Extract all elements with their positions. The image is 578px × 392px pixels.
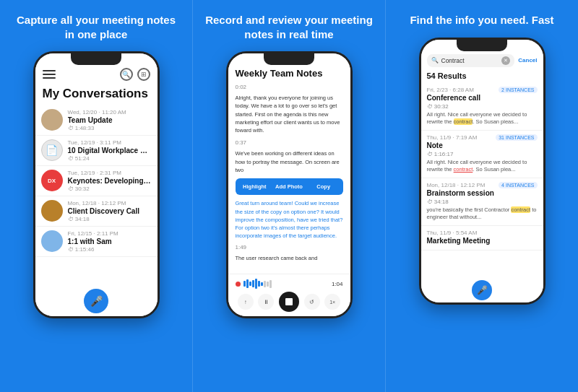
list-item[interactable]: DX Tue, 12/19 · 2:31 PM Keynotes: Develo… xyxy=(35,166,158,196)
bar xyxy=(246,279,249,288)
result-snippet: All right. Nice call everyone we decided… xyxy=(427,159,538,174)
avatar: 📄 xyxy=(41,139,63,161)
conv-date: Wed, 12/20 · 11:20 AM xyxy=(68,109,152,116)
para-1: Alright, thank you everyone for joining … xyxy=(236,94,343,134)
bar xyxy=(255,279,257,289)
conv-date: Mon, 12/18 · 12:12 PM xyxy=(68,200,152,206)
topbar-icons: 🔍 ⊞ xyxy=(120,68,150,81)
result-item[interactable]: Fri, 2/23 · 6:28 AM 2 INSTANCES Conferen… xyxy=(421,83,543,131)
search-icon: 🔍 xyxy=(431,57,439,64)
conv-duration: ⏱ 1:48:33 xyxy=(68,125,152,131)
cancel-button[interactable]: Cancel xyxy=(518,57,537,64)
speed-button[interactable]: 1× xyxy=(324,294,340,310)
avatar xyxy=(41,230,63,252)
instances-badge: 31 INSTANCES xyxy=(496,134,537,141)
conv-duration: ⏱ 34:18 xyxy=(68,216,152,222)
conv-duration: ⏱ 1:15:46 xyxy=(68,246,152,253)
search-icon[interactable]: 🔍 xyxy=(120,68,133,81)
bar xyxy=(261,282,263,286)
result-duration: ⏱ 34:18 xyxy=(427,199,538,205)
result-item[interactable]: Thu, 11/9 · 7:19 AM 31 INSTANCES Note ⏱ … xyxy=(421,131,543,178)
result-duration: ⏱ 30:32 xyxy=(427,103,538,110)
highlight: contract xyxy=(454,118,473,125)
result-header: Fri, 2/23 · 6:28 AM 2 INSTANCES xyxy=(427,87,538,93)
result-item[interactable]: Thu, 11/9 · 5:54 AM Marketing Meeting xyxy=(421,226,543,251)
panel-2-title: Record and review your meeting notes in … xyxy=(200,13,378,41)
result-snippet: All right. Nice call everyone we decided… xyxy=(427,111,538,126)
replay-button[interactable]: ↺ xyxy=(304,294,320,310)
timestamp-1: 0:02 xyxy=(236,83,343,92)
conv-name: 10 Digital Workplace predi... xyxy=(68,147,152,154)
search-results: Fri, 2/23 · 6:28 AM 2 INSTANCES Conferen… xyxy=(421,83,543,277)
text-toolbar: Highlight Add Photo Copy xyxy=(236,178,343,195)
result-header: Thu, 11/9 · 5:54 AM xyxy=(427,230,538,236)
p3-screen: 🔍 Contract ✕ Cancel 54 Results Fri, 2/23… xyxy=(421,40,543,302)
highlight-button[interactable]: Highlight xyxy=(239,181,271,192)
p1-screen: 🔍 ⊞ My Conversations Wed, 12/20 · 11:20 … xyxy=(35,53,158,316)
conv-name: Keynotes: Developing a Cu... xyxy=(68,177,152,185)
phone-notch-1 xyxy=(71,53,121,65)
result-title: Conference call xyxy=(427,94,538,102)
list-item[interactable]: Mon, 12/18 · 12:12 PM Client Discovery C… xyxy=(35,196,158,227)
conv-duration: ⏱ 30:32 xyxy=(68,186,152,192)
panel-1: Capture all your meeting notes in one pl… xyxy=(0,0,192,392)
phone-2: Weekly Team Notes 0:02 Alright, thank yo… xyxy=(226,51,353,318)
p2-screen: Weekly Team Notes 0:02 Alright, thank yo… xyxy=(228,53,350,316)
note-title: Weekly Team Notes xyxy=(228,68,350,83)
note-content: 0:02 Alright, thank you everyone for joi… xyxy=(228,83,350,274)
panel-3: Find the info you need. Fast 🔍 Contract … xyxy=(385,0,578,392)
contract-highlight: contract xyxy=(511,206,530,213)
para-2: We've been working on different ideas on… xyxy=(236,149,343,174)
result-date: Mon, 12/18 · 12:12 PM xyxy=(427,182,486,188)
phone-1: 🔍 ⊞ My Conversations Wed, 12/20 · 11:20 … xyxy=(33,51,160,318)
panel-1-title: Capture all your meeting notes in one pl… xyxy=(7,13,185,41)
search-query: Contract xyxy=(441,57,465,64)
conv-date: Tue, 12/19 · 3:11 PM xyxy=(68,139,152,146)
recording-dot xyxy=(236,282,241,287)
stop-button[interactable] xyxy=(279,292,299,312)
avatar: DX xyxy=(41,170,63,191)
avatar xyxy=(41,109,63,131)
hamburger-icon[interactable] xyxy=(43,70,56,79)
conv-name: Team Update xyxy=(68,116,152,124)
bar xyxy=(267,282,269,287)
phone-notch-3 xyxy=(457,40,507,51)
progress-bar: 1:04 xyxy=(236,279,343,289)
results-count: 54 Results xyxy=(421,71,543,83)
bar xyxy=(269,280,272,288)
conv-info: Mon, 12/18 · 12:12 PM Client Discovery C… xyxy=(68,200,152,222)
instances-badge: 4 INSTANCES xyxy=(499,182,537,188)
conversation-list: Wed, 12/20 · 11:20 AM Team Update ⏱ 1:48… xyxy=(35,105,158,284)
result-duration: ⏱ 1:16:17 xyxy=(427,151,538,157)
conv-info: Tue, 12/19 · 3:11 PM 10 Digital Workplac… xyxy=(68,139,152,162)
p1-topbar: 🔍 ⊞ xyxy=(35,66,158,84)
mic-button[interactable]: 🎤 xyxy=(84,289,108,313)
result-date: Thu, 11/9 · 5:54 AM xyxy=(427,230,478,236)
panel-2: Record and review your meeting notes in … xyxy=(192,0,385,392)
add-photo-button[interactable]: Add Photo xyxy=(273,181,305,192)
para-3: The user research came back and xyxy=(236,254,343,262)
copy-button[interactable]: Copy xyxy=(308,181,340,192)
search-input[interactable]: 🔍 Contract ✕ xyxy=(427,54,515,67)
bar xyxy=(243,281,246,287)
result-date: Thu, 11/9 · 7:19 AM xyxy=(427,134,478,141)
result-header: Thu, 11/9 · 7:19 AM 31 INSTANCES xyxy=(427,134,538,141)
timer: 1:04 xyxy=(332,281,343,287)
pause-button[interactable]: ⏸ xyxy=(258,294,274,310)
mic-button[interactable]: 🎤 xyxy=(472,280,492,300)
conv-date: Tue, 12/19 · 2:31 PM xyxy=(68,170,152,176)
share-button[interactable]: ↑ xyxy=(238,294,254,310)
list-item[interactable]: Fri, 12/15 · 2:11 PM 1:1 with Sam ⏱ 1:15… xyxy=(35,227,158,257)
result-item[interactable]: Mon, 12/18 · 12:12 PM 4 INSTANCES Brains… xyxy=(421,178,543,226)
conv-name: 1:1 with Sam xyxy=(68,238,152,245)
result-header: Mon, 12/18 · 12:12 PM 4 INSTANCES xyxy=(427,182,538,188)
clear-button[interactable]: ✕ xyxy=(501,56,510,65)
list-item[interactable]: 📄 Tue, 12/19 · 3:11 PM 10 Digital Workpl… xyxy=(35,136,158,166)
grid-icon[interactable]: ⊞ xyxy=(137,68,150,81)
bar xyxy=(258,281,260,287)
list-item[interactable]: Wed, 12/20 · 11:20 AM Team Update ⏱ 1:48… xyxy=(35,105,158,136)
instances-badge: 2 INSTANCES xyxy=(499,87,537,93)
result-snippet: you're basically the first Contractor co… xyxy=(427,206,538,222)
conv-date: Fri, 12/15 · 2:11 PM xyxy=(68,230,152,237)
conv-duration: ⏱ 51:24 xyxy=(68,155,152,162)
